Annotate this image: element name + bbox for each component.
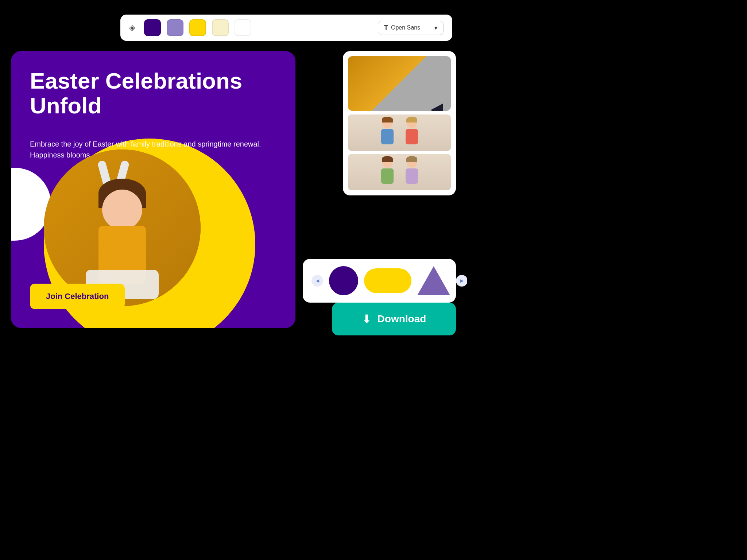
shape-prev-button[interactable]: ◀: [311, 275, 323, 287]
kid-body-2: [406, 129, 418, 144]
kid-hair-1: [382, 117, 393, 122]
kid-head-2: [407, 118, 417, 128]
shape-pill[interactable]: [364, 268, 411, 293]
color-swatch-lavender[interactable]: [167, 19, 183, 36]
color-swatch-yellow[interactable]: [189, 19, 206, 36]
kid-body-1: [381, 129, 394, 144]
photo-thumb-2: [348, 154, 451, 190]
girl-face: [102, 190, 142, 230]
paint-bucket-icon[interactable]: ◈: [129, 23, 135, 32]
download-button[interactable]: ⬇ Download: [332, 303, 456, 335]
download-label: Download: [378, 313, 426, 325]
photo-main: [348, 56, 451, 111]
kid-hair-4: [406, 156, 417, 162]
shape-next-button[interactable]: ▶: [456, 275, 467, 287]
download-icon: ⬇: [362, 312, 372, 326]
kid-body-3: [381, 168, 394, 184]
kid-hair-3: [382, 156, 393, 162]
text-format-icon: T: [384, 24, 388, 32]
join-celebration-button[interactable]: Join Celebration: [30, 284, 125, 309]
chevron-down-icon: ▾: [434, 24, 437, 31]
kid-head-3: [382, 158, 392, 168]
main-card: Easter Celebrations Unfold Embrace the j…: [11, 51, 295, 328]
photo-panel: [343, 51, 456, 195]
shape-selector-panel: ◀ ▶: [303, 259, 456, 303]
kid-hair-2: [406, 117, 417, 122]
kids-craft-scene: [348, 114, 451, 151]
color-swatch-purple[interactable]: [144, 19, 161, 36]
main-title: Easter Celebrations Unfold: [30, 69, 276, 118]
color-toolbar: ◈ T Open Sans ▾: [120, 15, 452, 41]
shape-circle[interactable]: [329, 266, 358, 295]
font-selector[interactable]: T Open Sans ▾: [378, 21, 444, 35]
color-swatch-cream[interactable]: [212, 19, 229, 36]
shape-triangle[interactable]: [417, 266, 450, 295]
kid-figure-3: [377, 158, 397, 187]
photo-thumb-1: [348, 114, 451, 151]
kid-body-4: [406, 168, 418, 184]
color-swatch-white[interactable]: [235, 19, 251, 36]
kid-head-4: [407, 158, 417, 168]
kids-craft-scene-2: [348, 154, 451, 190]
kid-head-1: [382, 118, 392, 128]
kid-figure-1: [377, 118, 397, 147]
kid-figure-4: [402, 158, 422, 187]
font-name-label: Open Sans: [391, 24, 420, 31]
girl-circle-image: [44, 149, 201, 306]
kid-figure-2: [402, 118, 422, 147]
